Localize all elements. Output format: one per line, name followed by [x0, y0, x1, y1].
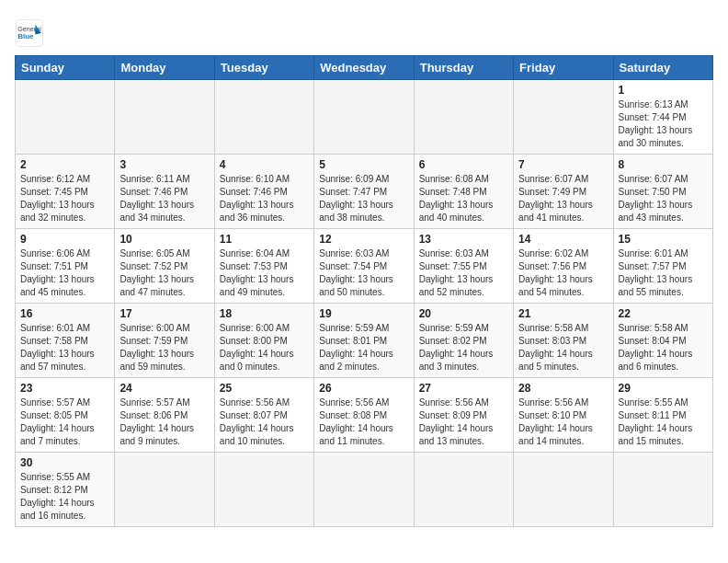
day-cell: 4Sunrise: 6:10 AM Sunset: 7:46 PM Daylig… — [214, 155, 313, 229]
day-info: Sunrise: 5:56 AM Sunset: 8:09 PM Dayligh… — [419, 396, 508, 448]
day-cell: 8Sunrise: 6:07 AM Sunset: 7:50 PM Daylig… — [613, 155, 712, 229]
day-cell: 13Sunrise: 6:03 AM Sunset: 7:55 PM Dayli… — [414, 229, 513, 304]
day-cell — [613, 453, 712, 527]
day-number: 29 — [619, 382, 708, 395]
day-cell — [314, 80, 414, 155]
day-cell: 22Sunrise: 5:58 AM Sunset: 8:04 PM Dayli… — [613, 304, 712, 378]
day-number: 16 — [20, 307, 109, 320]
day-cell: 12Sunrise: 6:03 AM Sunset: 7:54 PM Dayli… — [314, 229, 414, 304]
week-row-6: 30Sunrise: 5:55 AM Sunset: 8:12 PM Dayli… — [16, 453, 713, 527]
day-number: 10 — [119, 233, 209, 246]
week-row-4: 16Sunrise: 6:01 AM Sunset: 7:58 PM Dayli… — [16, 304, 713, 378]
day-cell: 21Sunrise: 5:58 AM Sunset: 8:03 PM Dayli… — [514, 304, 613, 378]
day-cell: 1Sunrise: 6:13 AM Sunset: 7:44 PM Daylig… — [613, 80, 712, 155]
day-info: Sunrise: 5:57 AM Sunset: 8:05 PM Dayligh… — [20, 396, 109, 448]
day-cell: 28Sunrise: 5:56 AM Sunset: 8:10 PM Dayli… — [514, 378, 613, 453]
week-row-3: 9Sunrise: 6:06 AM Sunset: 7:51 PM Daylig… — [16, 229, 713, 304]
day-number: 25 — [220, 382, 309, 395]
day-cell — [514, 453, 613, 527]
day-number: 20 — [419, 307, 508, 320]
day-cell: 7Sunrise: 6:07 AM Sunset: 7:49 PM Daylig… — [514, 155, 613, 229]
day-info: Sunrise: 6:02 AM Sunset: 7:56 PM Dayligh… — [518, 247, 608, 299]
day-number: 8 — [619, 158, 708, 171]
day-number: 3 — [119, 158, 209, 171]
day-cell: 2Sunrise: 6:12 AM Sunset: 7:45 PM Daylig… — [16, 155, 115, 229]
day-number: 22 — [619, 307, 708, 320]
day-info: Sunrise: 6:12 AM Sunset: 7:45 PM Dayligh… — [20, 173, 109, 224]
day-info: Sunrise: 5:56 AM Sunset: 8:07 PM Dayligh… — [220, 396, 309, 448]
day-number: 27 — [419, 382, 508, 395]
day-cell — [414, 453, 513, 527]
day-info: Sunrise: 6:07 AM Sunset: 7:49 PM Dayligh… — [518, 173, 608, 224]
day-info: Sunrise: 5:55 AM Sunset: 8:12 PM Dayligh… — [20, 471, 109, 523]
day-info: Sunrise: 5:59 AM Sunset: 8:02 PM Dayligh… — [419, 322, 508, 373]
day-number: 24 — [119, 382, 209, 395]
logo: General Blue — [15, 15, 48, 48]
day-info: Sunrise: 6:01 AM Sunset: 7:57 PM Dayligh… — [619, 247, 708, 299]
day-number: 23 — [20, 382, 109, 395]
day-number: 19 — [319, 307, 408, 320]
day-header-tuesday: Tuesday — [214, 56, 313, 80]
day-info: Sunrise: 6:04 AM Sunset: 7:53 PM Dayligh… — [220, 247, 309, 299]
day-info: Sunrise: 5:57 AM Sunset: 8:06 PM Dayligh… — [119, 396, 209, 448]
day-cell: 14Sunrise: 6:02 AM Sunset: 7:56 PM Dayli… — [514, 229, 613, 304]
day-cell: 17Sunrise: 6:00 AM Sunset: 7:59 PM Dayli… — [115, 304, 214, 378]
day-cell: 26Sunrise: 5:56 AM Sunset: 8:08 PM Dayli… — [314, 378, 414, 453]
day-header-friday: Friday — [514, 56, 613, 80]
day-cell: 15Sunrise: 6:01 AM Sunset: 7:57 PM Dayli… — [613, 229, 712, 304]
day-number: 26 — [319, 382, 408, 395]
week-row-1: 1Sunrise: 6:13 AM Sunset: 7:44 PM Daylig… — [16, 80, 713, 155]
calendar-table: SundayMondayTuesdayWednesdayThursdayFrid… — [15, 55, 713, 527]
day-cell: 19Sunrise: 5:59 AM Sunset: 8:01 PM Dayli… — [314, 304, 414, 378]
day-info: Sunrise: 5:56 AM Sunset: 8:10 PM Dayligh… — [518, 396, 608, 448]
week-row-5: 23Sunrise: 5:57 AM Sunset: 8:05 PM Dayli… — [16, 378, 713, 453]
day-header-wednesday: Wednesday — [314, 56, 414, 80]
day-header-thursday: Thursday — [414, 56, 513, 80]
day-cell: 6Sunrise: 6:08 AM Sunset: 7:48 PM Daylig… — [414, 155, 513, 229]
day-number: 13 — [419, 233, 508, 246]
week-row-2: 2Sunrise: 6:12 AM Sunset: 7:45 PM Daylig… — [16, 155, 713, 229]
day-cell — [214, 80, 313, 155]
header-row: SundayMondayTuesdayWednesdayThursdayFrid… — [16, 56, 713, 80]
day-cell: 10Sunrise: 6:05 AM Sunset: 7:52 PM Dayli… — [115, 229, 214, 304]
day-info: Sunrise: 6:10 AM Sunset: 7:46 PM Dayligh… — [220, 173, 309, 224]
day-cell: 5Sunrise: 6:09 AM Sunset: 7:47 PM Daylig… — [314, 155, 414, 229]
day-cell — [314, 453, 414, 527]
day-number: 21 — [518, 307, 608, 320]
day-number: 9 — [20, 233, 109, 246]
day-info: Sunrise: 6:11 AM Sunset: 7:46 PM Dayligh… — [119, 173, 209, 224]
day-info: Sunrise: 6:00 AM Sunset: 7:59 PM Dayligh… — [119, 322, 209, 373]
day-cell — [414, 80, 513, 155]
day-info: Sunrise: 6:05 AM Sunset: 7:52 PM Dayligh… — [119, 247, 209, 299]
day-header-sunday: Sunday — [16, 56, 115, 80]
day-info: Sunrise: 6:06 AM Sunset: 7:51 PM Dayligh… — [20, 247, 109, 299]
day-info: Sunrise: 5:58 AM Sunset: 8:04 PM Dayligh… — [619, 322, 708, 373]
day-cell — [514, 80, 613, 155]
day-number: 30 — [20, 456, 109, 469]
day-cell — [115, 80, 214, 155]
day-number: 5 — [319, 158, 408, 171]
day-cell: 11Sunrise: 6:04 AM Sunset: 7:53 PM Dayli… — [214, 229, 313, 304]
day-cell: 18Sunrise: 6:00 AM Sunset: 8:00 PM Dayli… — [214, 304, 313, 378]
day-info: Sunrise: 5:59 AM Sunset: 8:01 PM Dayligh… — [319, 322, 408, 373]
day-number: 6 — [419, 158, 508, 171]
day-number: 28 — [518, 382, 608, 395]
day-info: Sunrise: 5:58 AM Sunset: 8:03 PM Dayligh… — [518, 322, 608, 373]
day-info: Sunrise: 6:08 AM Sunset: 7:48 PM Dayligh… — [419, 173, 508, 224]
day-number: 17 — [119, 307, 209, 320]
day-number: 14 — [518, 233, 608, 246]
day-info: Sunrise: 6:13 AM Sunset: 7:44 PM Dayligh… — [619, 98, 708, 150]
day-number: 11 — [220, 233, 309, 246]
day-info: Sunrise: 6:09 AM Sunset: 7:47 PM Dayligh… — [319, 173, 408, 224]
day-cell: 23Sunrise: 5:57 AM Sunset: 8:05 PM Dayli… — [16, 378, 115, 453]
day-number: 15 — [619, 233, 708, 246]
day-header-saturday: Saturday — [613, 56, 712, 80]
day-cell: 27Sunrise: 5:56 AM Sunset: 8:09 PM Dayli… — [414, 378, 513, 453]
day-cell: 16Sunrise: 6:01 AM Sunset: 7:58 PM Dayli… — [16, 304, 115, 378]
day-info: Sunrise: 6:03 AM Sunset: 7:54 PM Dayligh… — [319, 247, 408, 299]
day-number: 2 — [20, 158, 109, 171]
day-info: Sunrise: 5:55 AM Sunset: 8:11 PM Dayligh… — [619, 396, 708, 448]
day-number: 18 — [220, 307, 309, 320]
day-cell: 9Sunrise: 6:06 AM Sunset: 7:51 PM Daylig… — [16, 229, 115, 304]
svg-text:Blue: Blue — [17, 32, 34, 40]
